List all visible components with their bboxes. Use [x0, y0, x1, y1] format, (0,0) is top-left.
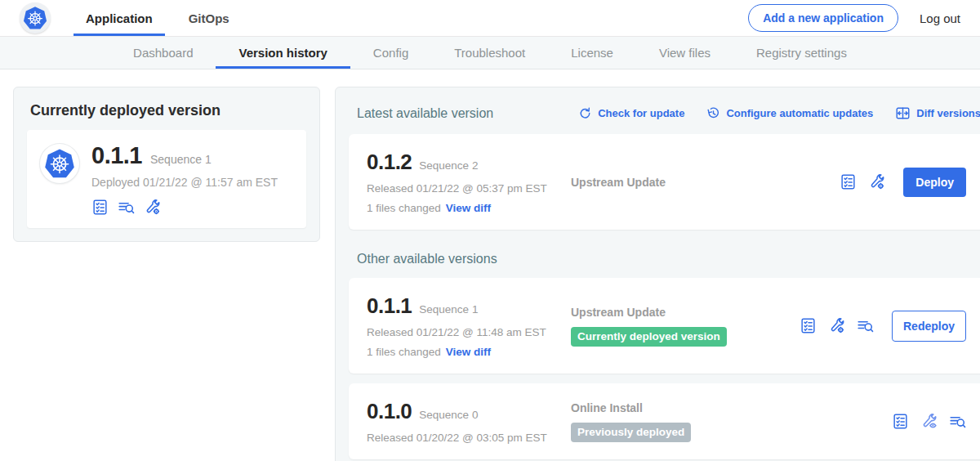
currently-deployed-badge: Currently deployed version — [571, 327, 727, 347]
files-changed-label: 1 files changed — [367, 202, 441, 214]
release-notes-icon[interactable] — [91, 199, 109, 216]
deploy-button[interactable]: Deploy — [903, 168, 966, 197]
tab-application[interactable]: Application — [74, 0, 165, 36]
released-timestamp: Released 01/21/22 @ 11:48 am EST — [367, 326, 571, 338]
subnav-config[interactable]: Config — [350, 37, 431, 69]
diff-versions-label: Diff versions — [916, 107, 980, 119]
configure-updates-link[interactable]: Configure automatic updates — [706, 106, 873, 120]
subnav-license[interactable]: License — [548, 37, 636, 69]
configure-updates-label: Configure automatic updates — [726, 107, 873, 119]
diff-icon — [895, 105, 911, 121]
released-timestamp: Released 01/21/22 @ 05:37 pm EST — [367, 182, 571, 195]
subnav-dashboard[interactable]: Dashboard — [110, 37, 216, 69]
available-versions-panel: Latest available version Check for updat… — [335, 87, 980, 461]
view-diff-link[interactable]: View diff — [446, 346, 491, 358]
config-icon[interactable] — [828, 317, 845, 334]
version-number: 0.1.2 — [367, 150, 412, 175]
version-number: 0.1.1 — [367, 293, 412, 319]
version-source-label: Upstream Update — [571, 176, 800, 189]
released-timestamp: Released 01/20/22 @ 03:05 pm EST — [367, 432, 571, 444]
app-subnav: Dashboard Version history Config Trouble… — [0, 37, 980, 69]
version-source-label: Online Install — [571, 401, 800, 414]
logout-button[interactable]: Log out — [920, 11, 960, 25]
version-row-0-1-1: 0.1.1 Sequence 1 Released 01/21/22 @ 11:… — [349, 278, 980, 374]
tab-gitops-label: GitOps — [189, 11, 229, 25]
version-number: 0.1.0 — [367, 399, 412, 424]
subnav-troubleshoot[interactable]: Troubleshoot — [431, 37, 548, 69]
view-diff-link[interactable]: View diff — [446, 202, 491, 214]
config-icon[interactable] — [144, 199, 161, 216]
sequence-label: Sequence 0 — [419, 409, 478, 421]
check-for-update-label: Check for update — [598, 107, 684, 119]
currently-deployed-panel: Currently deployed version 0.1.1 Sequenc… — [13, 87, 320, 242]
kubernetes-logo-icon — [44, 148, 75, 179]
subnav-version-history[interactable]: Version history — [216, 37, 350, 69]
deployed-version-number: 0.1.1 — [91, 142, 142, 169]
deployed-panel-title: Currently deployed version — [30, 102, 306, 119]
kubernetes-logo-icon — [23, 6, 47, 30]
deployed-sequence-label: Sequence 1 — [150, 153, 212, 166]
tab-application-label: Application — [86, 11, 153, 25]
files-changed-label: 1 files changed — [367, 346, 441, 358]
release-notes-icon[interactable] — [840, 173, 857, 190]
other-versions-title: Other available versions — [357, 252, 980, 266]
version-source-label: Upstream Update — [571, 306, 800, 319]
config-icon[interactable] — [868, 173, 885, 190]
tab-gitops[interactable]: GitOps — [176, 0, 242, 36]
schedule-icon — [706, 106, 720, 120]
app-logo — [20, 2, 51, 34]
subnav-registry-settings[interactable]: Registry settings — [733, 37, 870, 69]
view-logs-icon[interactable] — [949, 413, 966, 430]
subnav-view-files[interactable]: View files — [636, 37, 733, 69]
version-row-0-1-0: 0.1.0 Sequence 0 Released 01/20/22 @ 03:… — [349, 383, 980, 459]
version-row-0-1-2: 0.1.2 Sequence 2 Released 01/21/22 @ 05:… — [349, 134, 980, 230]
view-logs-icon[interactable] — [118, 199, 135, 216]
sequence-label: Sequence 2 — [419, 159, 478, 172]
refresh-icon — [578, 106, 592, 120]
release-notes-icon[interactable] — [892, 413, 909, 430]
top-navbar: Application GitOps Add a new application… — [0, 0, 980, 37]
sequence-label: Sequence 1 — [419, 303, 478, 316]
deployed-timestamp: Deployed 01/21/22 @ 11:57 am EST — [91, 176, 278, 189]
previously-deployed-badge: Previously deployed — [571, 423, 691, 442]
app-avatar — [40, 144, 79, 183]
preflight-icon[interactable] — [920, 413, 938, 430]
release-notes-icon[interactable] — [800, 317, 817, 334]
check-for-update-link[interactable]: Check for update — [578, 106, 684, 120]
add-application-button[interactable]: Add a new application — [748, 4, 898, 32]
redeploy-button[interactable]: Redeploy — [892, 311, 966, 342]
deployed-version-card: 0.1.1 Sequence 1 Deployed 01/21/22 @ 11:… — [27, 130, 306, 228]
diff-versions-link[interactable]: Diff versions — [895, 105, 980, 121]
view-logs-icon[interactable] — [857, 317, 874, 334]
latest-available-title: Latest available version — [357, 106, 493, 121]
